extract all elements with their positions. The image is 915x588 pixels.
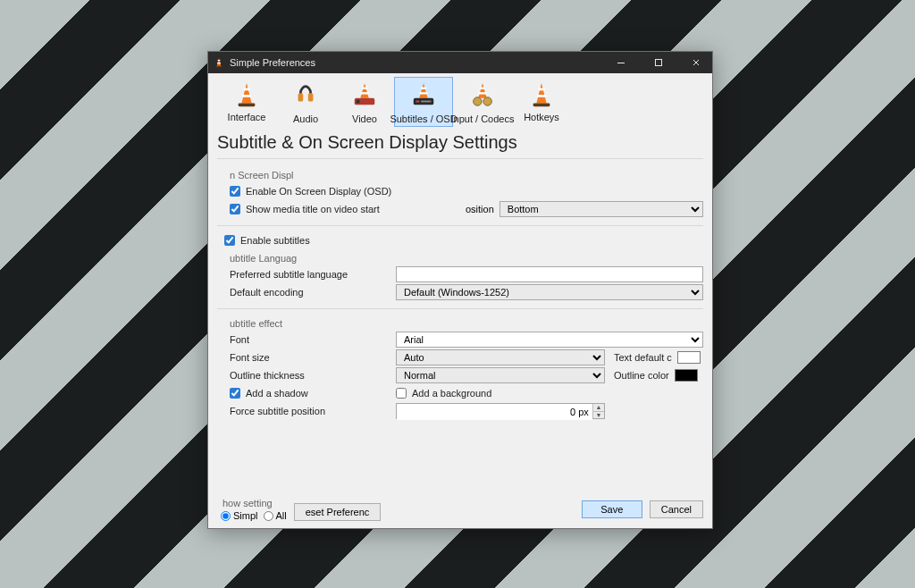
tab-audio[interactable]: Audio (276, 77, 335, 127)
close-button[interactable] (680, 52, 712, 73)
outline-color-swatch[interactable] (675, 369, 698, 382)
tab-subtitles[interactable]: Subtitles / OSD (394, 77, 453, 127)
outline-thickness-select[interactable]: Normal (396, 367, 605, 383)
cancel-button[interactable]: Cancel (650, 500, 703, 518)
font-label: Font (230, 334, 396, 345)
category-tabbar: Interface Audio Video Subtitles / OSD In… (217, 77, 703, 127)
svg-point-24 (483, 97, 491, 105)
svg-rect-15 (357, 100, 360, 104)
svg-rect-26 (537, 95, 546, 97)
fontsize-select[interactable]: Auto (396, 349, 605, 365)
svg-rect-13 (361, 92, 369, 94)
enable-osd-checkbox[interactable]: Enable On Screen Display (OSD) (230, 186, 391, 197)
subtitle-effect-section: ubtitle effect (230, 318, 703, 329)
outline-color-label: Outline color (614, 370, 669, 381)
svg-rect-11 (308, 93, 314, 101)
svg-rect-10 (298, 93, 304, 101)
codecs-icon (469, 81, 496, 110)
show-all-radio[interactable]: All (264, 510, 287, 521)
add-background-checkbox[interactable]: Add a background (396, 388, 491, 399)
encoding-label: Default encoding (230, 287, 396, 298)
svg-rect-1 (217, 63, 221, 63)
encoding-select[interactable]: Default (Windows-1252) (396, 284, 703, 300)
svg-point-23 (474, 97, 482, 105)
add-shadow-checkbox[interactable]: Add a shadow (230, 388, 308, 399)
svg-rect-19 (416, 101, 420, 103)
preferred-language-label: Preferred subtitle language (230, 269, 396, 280)
svg-rect-3 (617, 63, 625, 63)
osd-section-label: n Screen Displ (230, 170, 703, 181)
position-select[interactable]: Bottom (499, 201, 703, 217)
show-settings-label: how setting (222, 498, 287, 508)
force-position-spinner[interactable]: ▲ ▼ (396, 403, 605, 419)
maximize-button[interactable] (642, 52, 675, 73)
svg-rect-25 (538, 88, 544, 91)
show-title-checkbox[interactable]: Show media title on video start (230, 204, 453, 214)
save-button[interactable]: Save (582, 500, 642, 518)
svg-rect-8 (242, 95, 251, 97)
subtitles-icon (410, 81, 437, 110)
footer: how setting Simpl All eset Preferenc Sav… (217, 492, 703, 528)
font-select[interactable]: Arial (396, 332, 703, 348)
preferences-window: Simple Preferences Interface Audio Video… (207, 51, 713, 529)
subtitle-language-section: ubtitle Languag (230, 253, 703, 264)
tab-hotkeys[interactable]: Hotkeys (512, 77, 571, 127)
tab-input-codecs[interactable]: Input / Codecs (453, 77, 512, 127)
outline-thickness-label: Outline thickness (230, 370, 396, 381)
page-title: Subtitle & On Screen Display Settings (217, 129, 703, 159)
preferred-language-input[interactable] (396, 266, 703, 282)
window-title: Simple Preferences (230, 57, 600, 68)
position-label: osition (466, 204, 494, 214)
svg-rect-7 (243, 88, 249, 91)
cone-icon (528, 81, 555, 108)
spinner-up[interactable]: ▲ (593, 404, 604, 412)
svg-rect-20 (421, 101, 431, 103)
force-position-label: Force subtitle position (230, 406, 396, 416)
svg-rect-16 (421, 88, 427, 89)
svg-rect-4 (656, 60, 662, 66)
tab-video[interactable]: Video (335, 77, 394, 127)
audio-icon (292, 81, 319, 110)
enable-subtitles-checkbox[interactable]: Enable subtitles (224, 235, 310, 246)
svg-rect-22 (479, 92, 487, 94)
svg-rect-9 (239, 103, 256, 106)
show-simple-radio[interactable]: Simpl (221, 510, 258, 521)
svg-rect-12 (362, 88, 368, 89)
titlebar[interactable]: Simple Preferences (208, 52, 712, 73)
reset-preferences-button[interactable]: eset Preferenc (294, 503, 382, 521)
app-icon (214, 57, 224, 68)
video-icon (351, 81, 378, 110)
svg-rect-0 (218, 60, 221, 61)
svg-rect-2 (215, 66, 222, 68)
spinner-down[interactable]: ▼ (593, 412, 604, 419)
text-default-color-label: Text default c (614, 352, 672, 363)
cone-icon (233, 81, 260, 108)
svg-rect-21 (480, 88, 486, 89)
svg-rect-17 (420, 92, 428, 94)
text-color-swatch[interactable] (677, 351, 701, 364)
fontsize-label: Font size (230, 352, 396, 363)
minimize-button[interactable] (605, 52, 637, 73)
svg-rect-27 (533, 103, 550, 106)
tab-interface[interactable]: Interface (217, 77, 276, 127)
